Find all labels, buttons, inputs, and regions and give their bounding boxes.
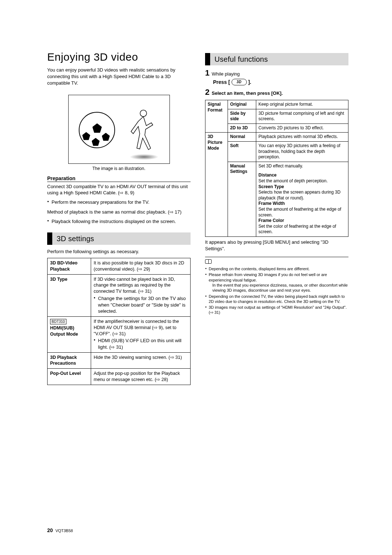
table-cell: Converts 2D pictures to 3D effect. — [256, 123, 348, 133]
page-number: 20 — [47, 527, 53, 533]
soccer-ball-icon — [79, 112, 115, 148]
intro-text: You can enjoy powerful 3D videos with re… — [47, 67, 191, 87]
table-cell: Pop-Out Level — [48, 369, 91, 385]
illustration-box — [68, 95, 170, 164]
table-cell: Playback pictures with normal 3D effects… — [256, 133, 348, 142]
table-cell: 2D to 3D — [228, 123, 256, 133]
table-cell: 3D Picture Mode — [205, 133, 228, 237]
model-badge: BDT310 — [50, 319, 66, 325]
table-cell: 3D BD-Video Playback — [48, 258, 91, 274]
prep-bullet: Perform the necessary preparations for t… — [47, 199, 191, 206]
page-footer: 20 VQT3B58 — [47, 527, 73, 533]
section-3d-settings: 3D settings — [47, 232, 191, 245]
svg-point-0 — [140, 110, 147, 117]
step-1: 1 While playing — [205, 69, 348, 77]
table-cell: Original — [228, 100, 256, 109]
table-cell: BDT310 HDMI(SUB) Output Mode — [48, 316, 91, 352]
table-cell: 3D Playback Precautions — [48, 352, 91, 369]
settings-table: 3D BD-Video Playback It is also possible… — [47, 258, 191, 385]
after-table-note: It appears also by pressing [SUB MENU] a… — [205, 239, 348, 252]
illustration-caption: The image is an illustration. — [47, 166, 191, 171]
notes-list: Depending on the contents, displayed ite… — [205, 266, 348, 315]
table-cell: Hide the 3D viewing warning screen. (⇨ 3… — [91, 352, 191, 369]
method-bullet: Playback following the instructions disp… — [47, 218, 191, 225]
functions-table: Signal Format Original Keep original pic… — [205, 100, 348, 237]
step-2: 2 Select an item, then press [OK]. — [205, 88, 348, 97]
preparation-text: Connect 3D compatible TV to an HDMI AV O… — [47, 183, 191, 196]
press-instruction: Press [ 3D ]. — [213, 79, 348, 85]
method-text: Method of playback is the same as normal… — [47, 209, 191, 215]
table-cell: Side by side — [228, 109, 256, 123]
table-cell: Soft — [228, 142, 256, 162]
page-title: Enjoying 3D video — [47, 51, 191, 63]
doc-code: VQT3B58 — [56, 528, 73, 533]
settings-intro: Perform the following settings as necess… — [47, 248, 191, 255]
table-cell: Adjust the pop-up position for the Playb… — [91, 369, 191, 385]
preparation-heading: Preparation — [47, 175, 191, 182]
table-cell: Manual Settings — [228, 162, 256, 236]
player-icon — [127, 108, 156, 163]
note-icon — [205, 259, 212, 264]
table-cell: Keep original picture format. — [256, 100, 348, 109]
table-cell: It is also possible to play back 3D disc… — [91, 258, 191, 274]
section-useful-functions: Useful functions — [205, 53, 348, 65]
table-cell: If the amplifier/receiver is connected t… — [91, 316, 191, 352]
table-cell: Signal Format — [205, 100, 228, 133]
table-cell: 3D picture format comprising of left and… — [256, 109, 348, 123]
3d-button-icon: 3D — [232, 79, 247, 85]
section-label: Useful functions — [215, 55, 268, 64]
table-cell: 3D Type — [48, 274, 91, 316]
section-label: 3D settings — [57, 235, 94, 243]
table-cell: Set 3D effect manually. Distance Set the… — [256, 162, 348, 236]
table-cell: If 3D video cannot be played back in 3D,… — [91, 274, 191, 316]
table-cell: Normal — [228, 133, 256, 142]
table-cell: You can enjoy 3D pictures with a feeling… — [256, 142, 348, 162]
